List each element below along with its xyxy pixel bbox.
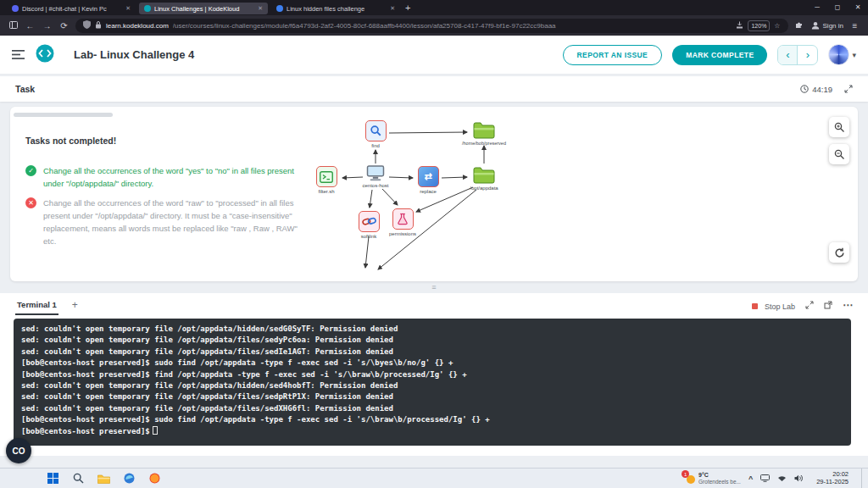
clock-date: 29-11-2025 bbox=[816, 479, 849, 486]
browser-nav-bar: ← → ⟳ learn.kodekloud.com /user/courses/… bbox=[0, 15, 868, 36]
taskbar-clock[interactable]: 20:02 29-11-2025 bbox=[811, 471, 854, 485]
clock-icon bbox=[800, 85, 809, 93]
browser-tab-bar: Discord | #chit-chat | Kevin Pc ✕ Linux … bbox=[0, 0, 868, 15]
terminal-panel: Terminal 1 + Stop Lab ⋯ sed: couldn't op… bbox=[0, 293, 868, 456]
tab-close-icon[interactable]: ✕ bbox=[390, 5, 395, 12]
diagram-node-permissions[interactable]: permissions bbox=[376, 208, 430, 236]
prev-lesson-button[interactable]: ‹ bbox=[778, 46, 798, 64]
save-page-icon[interactable] bbox=[736, 21, 743, 30]
sidebar-toggle-icon[interactable] bbox=[8, 21, 19, 30]
avatar[interactable] bbox=[828, 44, 849, 65]
zoom-in-button[interactable] bbox=[829, 117, 849, 137]
diagram-node-home-bob-preserved[interactable]: /home/bob/preserved bbox=[457, 121, 511, 146]
network-tray-icon[interactable] bbox=[777, 474, 787, 482]
start-button[interactable] bbox=[46, 471, 60, 485]
tab-kodekloud[interactable]: Linux Challenges | KodeKloud ✕ bbox=[139, 3, 268, 14]
timer-value: 44:19 bbox=[812, 85, 832, 94]
signin-button[interactable]: Sign in bbox=[811, 21, 843, 30]
kodekloud-favicon-icon bbox=[144, 5, 151, 12]
kodekloud-logo[interactable] bbox=[35, 43, 55, 67]
maximize-button[interactable]: ◻ bbox=[827, 0, 848, 15]
task-item-done: ✓ Change all the occurrences of the word… bbox=[25, 164, 298, 190]
magnifier-icon bbox=[365, 120, 387, 141]
reload-button[interactable]: ⟳ bbox=[58, 21, 70, 30]
menu-icon[interactable]: ≡ bbox=[849, 21, 860, 30]
expand-terminal-icon[interactable] bbox=[805, 297, 814, 313]
windows-taskbar: 1 9°C Grotendeels be... ^ 20:02 29-11-20… bbox=[0, 468, 868, 488]
lab-architecture-diagram: find /home/bob/preserved filter.sh cento… bbox=[303, 112, 558, 280]
refresh-diagram-button[interactable] bbox=[829, 242, 849, 263]
terminal-line: [bob@centos-host preserved]$ sudo find /… bbox=[21, 358, 843, 369]
diagram-node-centos-host[interactable]: centos-host bbox=[348, 165, 403, 188]
terminal-line: sed: couldn't open temporary file /opt/a… bbox=[21, 380, 843, 391]
lesson-pager: ‹ › bbox=[777, 45, 818, 65]
tray-chevron-icon[interactable]: ^ bbox=[748, 474, 753, 483]
back-button[interactable]: ← bbox=[25, 21, 36, 30]
discord-favicon-icon bbox=[12, 5, 19, 12]
lab-timer: 44:19 bbox=[800, 85, 832, 94]
minimize-button[interactable]: ─ bbox=[807, 0, 827, 15]
diagram-node-opt-appdata[interactable]: /opt/appdata bbox=[457, 166, 511, 191]
diagram-node-filter-sh[interactable]: filter.sh bbox=[299, 166, 353, 194]
zoom-level-chip[interactable]: 120% bbox=[748, 20, 770, 31]
scrollbar-thumb[interactable] bbox=[14, 113, 113, 117]
firefox-button[interactable] bbox=[147, 471, 162, 485]
search-icon bbox=[73, 473, 84, 484]
co-overlay-button[interactable]: CO bbox=[6, 438, 31, 463]
folder-icon bbox=[473, 166, 495, 184]
account-menu[interactable]: ▾ bbox=[828, 44, 856, 65]
task-tab-row: Task 44:19 bbox=[0, 76, 868, 102]
extensions-icon[interactable] bbox=[794, 20, 805, 30]
add-terminal-button[interactable]: + bbox=[72, 299, 78, 311]
more-options-icon[interactable]: ⋯ bbox=[843, 299, 853, 311]
terminal-prompt-line: [bob@centos-host preserved]$ bbox=[21, 426, 843, 437]
challenge-favicon-icon bbox=[276, 5, 283, 12]
weather-widget[interactable]: 1 9°C Grotendeels be... bbox=[684, 472, 741, 485]
tab-close-icon[interactable]: ✕ bbox=[125, 5, 131, 12]
tab-close-icon[interactable]: ✕ bbox=[258, 5, 263, 12]
mark-complete-button[interactable]: MARK COMPLETE bbox=[672, 45, 767, 65]
open-external-icon[interactable] bbox=[824, 297, 832, 313]
forward-button[interactable]: → bbox=[42, 21, 53, 30]
tab-title: Linux hidden files challenge bbox=[287, 5, 364, 13]
tab-terminal-1[interactable]: Terminal 1 bbox=[15, 294, 58, 315]
next-lesson-button[interactable]: › bbox=[798, 46, 817, 64]
address-bar[interactable]: learn.kodekloud.com /user/courses/linux-… bbox=[75, 19, 788, 33]
terminal-line: sed: couldn't open temporary file /opt/a… bbox=[21, 335, 843, 346]
tab-discord[interactable]: Discord | #chit-chat | Kevin Pc ✕ bbox=[7, 3, 136, 14]
stop-lab-button[interactable]: Stop Lab bbox=[752, 297, 795, 313]
shield-icon[interactable] bbox=[83, 20, 91, 30]
search-button[interactable] bbox=[71, 471, 86, 485]
lock-icon[interactable] bbox=[95, 20, 102, 30]
file-explorer-button[interactable] bbox=[97, 471, 111, 485]
course-menu-icon[interactable] bbox=[12, 47, 25, 63]
tab-linux-hidden-files[interactable]: Linux hidden files challenge ✕ bbox=[271, 3, 400, 14]
zoom-out-button[interactable] bbox=[829, 144, 849, 164]
show-desktop-strip[interactable] bbox=[861, 469, 865, 488]
diagram-arrows bbox=[303, 112, 558, 280]
edge-button[interactable] bbox=[122, 471, 136, 485]
terminal-line: [bob@centos-host preserved]$ find /opt/a… bbox=[21, 369, 843, 380]
new-tab-button[interactable]: + bbox=[405, 1, 410, 14]
task-item-failed: ✕ Change all the occurrences of the word… bbox=[25, 197, 298, 247]
tab-title: Linux Challenges | KodeKloud bbox=[154, 5, 239, 13]
folder-icon bbox=[473, 121, 495, 139]
chevron-down-icon: ▾ bbox=[852, 51, 856, 59]
flask-icon bbox=[392, 208, 414, 230]
fullscreen-icon[interactable] bbox=[844, 85, 853, 93]
volume-tray-icon[interactable] bbox=[794, 474, 804, 482]
tab-task[interactable]: Task bbox=[15, 84, 35, 94]
terminal-body[interactable]: sed: couldn't open temporary file /opt/a… bbox=[14, 319, 851, 446]
refresh-icon bbox=[834, 247, 845, 258]
diagram-node-find[interactable]: find bbox=[348, 120, 403, 148]
person-icon bbox=[811, 21, 820, 30]
cross-icon: ✕ bbox=[25, 197, 36, 208]
close-button[interactable]: ✕ bbox=[848, 0, 868, 15]
weather-desc: Grotendeels be... bbox=[698, 479, 741, 485]
bookmark-star-icon[interactable]: ☆ bbox=[774, 22, 780, 30]
replace-icon: ⇄ bbox=[418, 166, 439, 187]
display-tray-icon[interactable] bbox=[760, 474, 770, 482]
report-issue-button[interactable]: REPORT AN ISSUE bbox=[563, 45, 663, 65]
panel-splitter-handle[interactable]: ≡ bbox=[0, 282, 868, 292]
diagram-node-replace[interactable]: ⇄ replace bbox=[401, 166, 455, 194]
